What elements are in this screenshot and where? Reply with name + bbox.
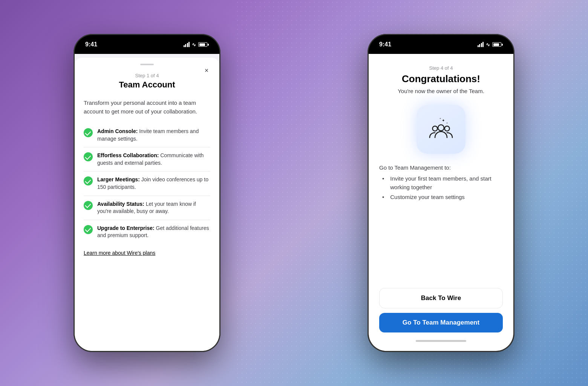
dynamic-island-2 bbox=[418, 40, 464, 52]
check-icon-5 bbox=[84, 225, 93, 234]
phone-2-screen: Step 4 of 4 Congratulations! You're now … bbox=[369, 54, 513, 351]
list-item: Larger Meetings: Join video conferences … bbox=[84, 172, 210, 196]
feature-bold-2: Effortless Collaboration: bbox=[97, 152, 159, 158]
check-icon-4 bbox=[84, 201, 93, 210]
time-2: 9:41 bbox=[379, 41, 391, 48]
list-item: Admin Console: Invite team members and m… bbox=[84, 123, 210, 147]
check-icon-2 bbox=[84, 152, 93, 161]
battery-icon bbox=[198, 42, 209, 47]
management-section: Go to Team Management to: Invite your fi… bbox=[379, 164, 503, 203]
wifi-icon: ∿ bbox=[192, 42, 196, 47]
sheet: × Step 1 of 4 Team Account Transform you… bbox=[75, 58, 219, 351]
management-list: Invite your first team members, and star… bbox=[379, 175, 503, 202]
feature-text-2: Effortless Collaboration: Communicate wi… bbox=[97, 152, 210, 167]
feature-text-1: Admin Console: Invite team members and m… bbox=[97, 128, 210, 142]
time-1: 9:41 bbox=[85, 41, 97, 48]
check-icon-3 bbox=[84, 176, 93, 185]
list-item: Upgrade to Enterprise: Get additional fe… bbox=[84, 220, 210, 244]
management-intro: Go to Team Management to: bbox=[379, 164, 503, 171]
sheet-title-1: Team Account bbox=[84, 80, 210, 90]
svg-point-3 bbox=[438, 125, 444, 131]
list-item: Customize your team settings bbox=[382, 193, 503, 202]
phone-1-screen: × Step 1 of 4 Team Account Transform you… bbox=[75, 54, 219, 351]
team-icon-container: ✦ + + bbox=[379, 105, 503, 154]
svg-text:+: + bbox=[446, 122, 448, 124]
svg-point-4 bbox=[433, 126, 438, 131]
list-item: Invite your first team members, and star… bbox=[382, 175, 503, 191]
team-icon-bg: ✦ + + bbox=[416, 105, 466, 154]
status-icons-2: ∿ bbox=[478, 42, 503, 47]
management-item-1: Invite your first team members, and star… bbox=[390, 175, 503, 191]
check-icon-1 bbox=[84, 128, 93, 137]
phone-1: 9:41 ∿ × Step 1 of 4 bbox=[74, 34, 220, 352]
feature-text-4: Availability Status: Let your team know … bbox=[97, 201, 210, 215]
svg-text:✦: ✦ bbox=[442, 118, 445, 123]
list-item: Availability Status: Let your team know … bbox=[84, 196, 210, 220]
sheet-handle bbox=[140, 64, 154, 65]
step-label-1: Step 1 of 4 bbox=[84, 73, 210, 78]
wifi-icon-2: ∿ bbox=[486, 42, 490, 47]
feature-bold-1: Admin Console: bbox=[97, 128, 138, 134]
phone-1-inner: 9:41 ∿ × Step 1 of 4 bbox=[75, 35, 219, 351]
feature-list: Admin Console: Invite team members and m… bbox=[84, 123, 210, 244]
signal-bars-icon bbox=[184, 42, 190, 47]
svg-text:+: + bbox=[439, 117, 441, 120]
dynamic-island bbox=[124, 40, 170, 52]
congrats-subtitle: You're now the owner of the Team. bbox=[379, 88, 503, 94]
management-item-2: Customize your team settings bbox=[390, 193, 465, 202]
learn-more-link[interactable]: Learn more about Wire's plans bbox=[84, 250, 155, 256]
close-button[interactable]: × bbox=[201, 65, 212, 76]
scene: 9:41 ∿ × Step 1 of 4 bbox=[0, 0, 588, 386]
team-sparkle-icon: ✦ + + bbox=[426, 114, 456, 144]
actions: Back To Wire Go To Team Management bbox=[379, 288, 503, 342]
feature-bold-4: Availability Status: bbox=[97, 201, 144, 207]
feature-bold-5: Upgrade to Enterprise: bbox=[97, 225, 155, 231]
battery-icon-2 bbox=[492, 42, 503, 47]
signal-bars-icon-2 bbox=[478, 42, 484, 47]
list-item: Effortless Collaboration: Communicate wi… bbox=[84, 147, 210, 172]
phone-2: 9:41 ∿ Step 4 of 4 Congratulations! You'… bbox=[368, 34, 514, 352]
sheet-description: Transform your personal account into a t… bbox=[84, 99, 210, 116]
home-indicator bbox=[416, 340, 466, 342]
svg-point-5 bbox=[445, 126, 450, 131]
back-to-wire-button[interactable]: Back To Wire bbox=[379, 288, 503, 308]
feature-text-5: Upgrade to Enterprise: Get additional fe… bbox=[97, 225, 210, 239]
status-icons-1: ∿ bbox=[184, 42, 209, 47]
feature-text-3: Larger Meetings: Join video conferences … bbox=[97, 176, 210, 191]
step-label-2: Step 4 of 4 bbox=[379, 65, 503, 71]
feature-bold-3: Larger Meetings: bbox=[97, 176, 140, 182]
go-to-team-management-button[interactable]: Go To Team Management bbox=[379, 313, 503, 332]
phone-2-inner: 9:41 ∿ Step 4 of 4 Congratulations! You'… bbox=[369, 35, 513, 351]
congrats-title: Congratulations! bbox=[379, 73, 503, 85]
